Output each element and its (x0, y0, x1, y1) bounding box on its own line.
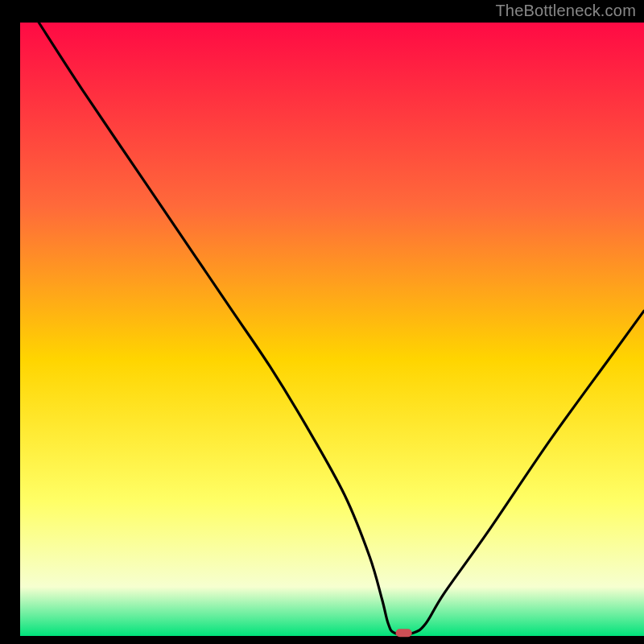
chart-frame: TheBottleneck.com (0, 0, 644, 644)
chart-svg (0, 0, 644, 644)
optimal-point-marker (396, 629, 412, 637)
attribution-label: TheBottleneck.com (495, 2, 636, 20)
plot-background (20, 23, 644, 636)
